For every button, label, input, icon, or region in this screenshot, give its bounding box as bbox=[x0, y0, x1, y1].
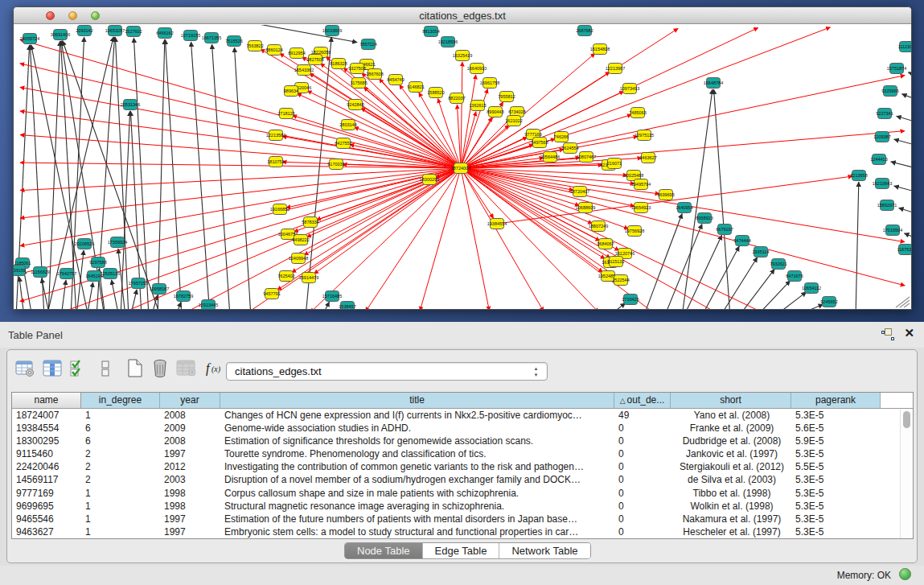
graph-node[interactable]: 18720407 bbox=[570, 187, 589, 197]
graph-node[interactable]: 10973493 bbox=[620, 84, 639, 94]
new-table-icon[interactable] bbox=[126, 358, 144, 381]
column-header-name[interactable]: name bbox=[12, 393, 81, 408]
table-row[interactable]: 977716911998Corpus callosum shape and si… bbox=[12, 487, 913, 500]
graph-node[interactable]: 11156829 bbox=[31, 267, 50, 278]
column-header-title[interactable]: title bbox=[220, 393, 614, 408]
graph-node[interactable]: 939159 bbox=[14, 266, 26, 276]
graph-node[interactable]: 17957253 bbox=[129, 278, 148, 289]
graph-node[interactable]: 10653257 bbox=[105, 26, 125, 36]
graph-node[interactable]: 8186328 bbox=[330, 59, 347, 69]
graph-node[interactable]: 15751874 bbox=[887, 64, 906, 74]
graph-node[interactable]: 9457791 bbox=[263, 289, 280, 299]
graph-node[interactable]: 1209387 bbox=[873, 132, 890, 142]
table-selector-combobox[interactable]: citations_edges.txt ▲▼ bbox=[226, 362, 548, 381]
graph-node[interactable]: 2093142 bbox=[76, 26, 92, 36]
table-row[interactable]: 946362711997Embryonic stem cells: a mode… bbox=[12, 525, 913, 538]
graph-node[interactable]: 10958167 bbox=[150, 284, 169, 295]
tab-network-table[interactable]: Network Table bbox=[499, 543, 589, 558]
graph-node[interactable]: 1538457 bbox=[339, 302, 355, 310]
graph-node[interactable]: 2867608 bbox=[366, 69, 383, 80]
graph-node[interactable]: 10654112 bbox=[802, 283, 821, 294]
graph-node[interactable]: 9329966 bbox=[881, 86, 898, 97]
graph-node[interactable]: 19654923 bbox=[631, 203, 651, 213]
graph-node[interactable]: 8471676 bbox=[786, 271, 803, 282]
tab-node-table[interactable]: Node Table bbox=[345, 543, 422, 558]
graph-node[interactable]: 16640910 bbox=[467, 64, 487, 74]
graph-node[interactable]: 16325419 bbox=[453, 51, 472, 61]
graph-node[interactable]: 2718126 bbox=[277, 109, 294, 119]
table-row[interactable]: 2242004622012Investigating the contribut… bbox=[12, 460, 913, 473]
graph-node[interactable]: 8990443 bbox=[487, 107, 503, 117]
graph-node[interactable]: 12213967 bbox=[606, 64, 625, 74]
delete-table-icon[interactable] bbox=[176, 359, 197, 380]
graph-node[interactable]: 18807249 bbox=[589, 221, 608, 232]
graph-node[interactable]: 9146821 bbox=[407, 82, 424, 93]
table-row[interactable]: 969969511998Structural magnetic resonanc… bbox=[12, 500, 913, 513]
graph-node[interactable]: 7485063 bbox=[629, 108, 646, 118]
tab-edge-table[interactable]: Edge Table bbox=[422, 543, 499, 558]
graph-node[interactable]: 16210643 bbox=[873, 179, 892, 189]
graph-node[interactable]: 9699695 bbox=[657, 190, 674, 200]
graph-node[interactable]: 16648784 bbox=[704, 78, 723, 89]
graph-node[interactable]: 20564486 bbox=[540, 152, 560, 163]
table-row[interactable]: 911546021997Tourette syndrome. Phenomeno… bbox=[12, 447, 913, 460]
graph-node[interactable]: 7515526 bbox=[225, 36, 242, 47]
table-row[interactable]: 1872400712008Changes of HCN gene express… bbox=[12, 409, 913, 422]
float-panel-icon[interactable] bbox=[881, 328, 894, 340]
graph-node[interactable]: 216071 bbox=[607, 159, 622, 169]
row-selection-icon[interactable] bbox=[70, 359, 86, 381]
graph-node[interactable]: 8860124 bbox=[265, 45, 282, 56]
graph-node[interactable]: 9115132 bbox=[607, 257, 624, 267]
graph-node[interactable]: 2522544 bbox=[612, 275, 629, 286]
graph-node[interactable]: 12923445 bbox=[199, 300, 218, 310]
graph-node[interactable]: 6679197 bbox=[716, 225, 733, 235]
column-header-out_de[interactable]: △out_de... bbox=[614, 393, 671, 408]
graph-node[interactable]: 9170031 bbox=[327, 159, 344, 170]
table-scrollbar[interactable] bbox=[900, 410, 912, 538]
graph-node[interactable]: 20531346 bbox=[121, 100, 140, 110]
graph-node[interactable]: 8427552 bbox=[335, 138, 351, 149]
graph-node[interactable]: 746266 bbox=[554, 132, 569, 142]
graph-node[interactable]: 8912954 bbox=[288, 48, 305, 59]
table-row[interactable]: 1938455462009Genome-wide association stu… bbox=[12, 422, 913, 435]
graph-node[interactable]: 9245652 bbox=[820, 297, 837, 307]
graph-node[interactable]: 20206526 bbox=[75, 239, 94, 249]
graph-node[interactable]: 17016504 bbox=[883, 225, 902, 236]
graph-node[interactable]: 5878334 bbox=[302, 217, 318, 228]
graph-node[interactable]: 19384554 bbox=[487, 219, 507, 229]
graph-node[interactable]: 2935114 bbox=[752, 247, 769, 257]
graph-node[interactable]: 8213958 bbox=[850, 171, 867, 181]
graph-node[interactable]: 1810753 bbox=[267, 157, 284, 167]
graph-node[interactable]: 9827508 bbox=[306, 55, 323, 65]
graph-node[interactable]: 3624554 bbox=[561, 143, 578, 154]
graph-node[interactable]: 10688609 bbox=[576, 203, 595, 213]
graph-node[interactable]: 12213583 bbox=[266, 130, 285, 141]
function-builder-icon[interactable]: f(x) bbox=[204, 360, 228, 380]
graph-node[interactable]: 7563822 bbox=[246, 41, 263, 51]
clear-selection-icon[interactable] bbox=[101, 359, 111, 381]
graph-node[interactable]: 16671355 bbox=[202, 33, 221, 43]
graph-node[interactable]: 8958923 bbox=[696, 213, 713, 224]
graph-node[interactable]: 1244413 bbox=[870, 154, 887, 165]
table-row[interactable]: 946554611997Estimation of the future num… bbox=[12, 513, 913, 525]
graph-node[interactable]: 16961758 bbox=[480, 78, 499, 89]
graph-node[interactable]: 1362615 bbox=[469, 101, 486, 111]
graph-node[interactable]: 16543362 bbox=[294, 65, 314, 76]
graph-node[interactable]: 9242848 bbox=[347, 100, 363, 110]
column-header-in_degree[interactable]: in_degree bbox=[81, 393, 160, 408]
graph-node[interactable]: 1733426 bbox=[622, 295, 639, 305]
graph-node[interactable]: 9463627 bbox=[639, 153, 656, 163]
graph-node[interactable]: 9684067 bbox=[597, 239, 614, 249]
graph-node[interactable]: 12505135 bbox=[101, 269, 120, 279]
graph-node[interactable]: 19218596 bbox=[438, 37, 458, 47]
graph-node[interactable]: 7932621 bbox=[770, 259, 786, 270]
graph-node[interactable]: 17942757 bbox=[57, 269, 76, 279]
close-panel-icon[interactable]: ✕ bbox=[904, 327, 914, 340]
graph-node[interactable]: 1112304 bbox=[898, 42, 911, 52]
graph-node[interactable]: 8454749 bbox=[387, 75, 404, 85]
graph-node[interactable]: 18724007 bbox=[451, 163, 470, 174]
graph-node[interactable]: 1588520 bbox=[427, 88, 444, 98]
graph-node[interactable]: 19166852 bbox=[270, 204, 290, 215]
graph-node[interactable]: 16914479 bbox=[299, 273, 318, 283]
network-canvas[interactable]: 2405572430691406209314210653257152760264… bbox=[14, 25, 911, 309]
